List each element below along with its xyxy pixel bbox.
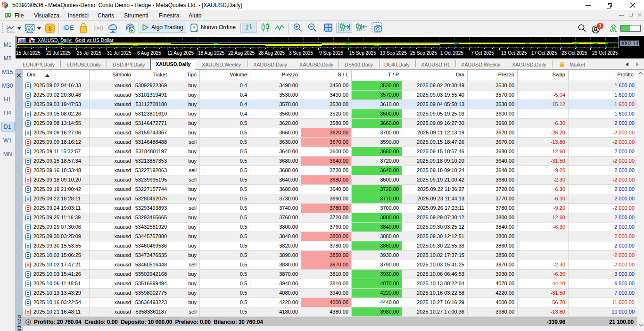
svg-text:5: 5	[3, 2, 5, 5]
svg-text:$: $	[48, 25, 52, 32]
